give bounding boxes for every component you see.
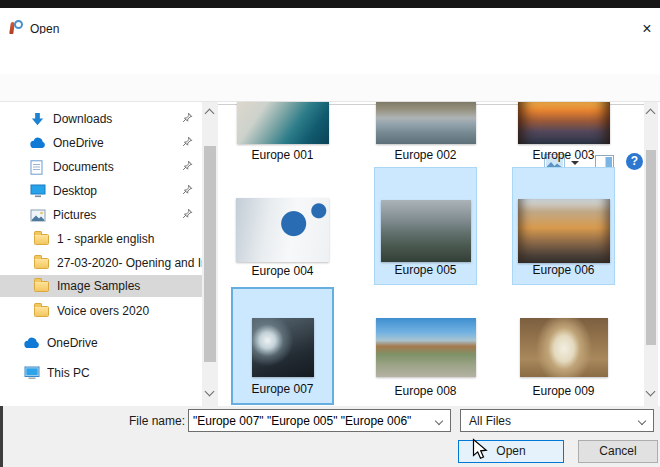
sidebar-item-desktop[interactable]: Desktop — [0, 180, 202, 202]
sidebar-item-image-samples[interactable]: Image Samples — [0, 275, 202, 297]
file-thumbnail — [252, 318, 314, 377]
folder-icon — [34, 258, 52, 269]
file-tile-europe-008[interactable]: Europe 008 — [374, 287, 477, 405]
sidebar-scrollbar-thumb[interactable] — [204, 146, 216, 362]
file-tile-europe-007[interactable]: Europe 007 — [231, 287, 334, 405]
file-tile-europe-003[interactable]: Europe 003 — [512, 102, 615, 163]
file-thumbnail — [236, 198, 329, 262]
navigation-pane: Downloads OneDrive Documents Desktop Pic… — [0, 102, 202, 406]
onedrive-cloud-icon — [24, 337, 42, 349]
sidebar-item-label: Image Samples — [57, 279, 202, 293]
file-label: Europe 003 — [512, 148, 615, 162]
file-tile-europe-006[interactable]: Europe 006 — [512, 167, 615, 285]
file-thumbnail — [518, 199, 610, 263]
file-type-value: All Files — [469, 414, 639, 428]
file-label: Europe 008 — [374, 384, 477, 398]
sidebar-item-documents[interactable]: Documents — [0, 156, 202, 178]
pin-icon — [182, 160, 194, 174]
file-type-dropdown-chevron-icon[interactable] — [638, 416, 646, 424]
mouse-cursor — [472, 438, 489, 465]
folder-icon — [34, 281, 52, 292]
file-label: Europe 005 — [375, 263, 476, 277]
window-edge — [0, 406, 3, 467]
file-thumbnail — [376, 318, 476, 377]
file-tile-europe-009[interactable]: Europe 009 — [512, 287, 615, 405]
file-thumbnail — [518, 102, 610, 144]
file-name-dropdown-chevron-icon[interactable] — [435, 416, 443, 424]
titlebar: Open × — [0, 8, 660, 34]
document-icon — [30, 160, 48, 175]
sidebar-item-this-pc[interactable]: This PC — [0, 362, 202, 384]
file-label: Europe 002 — [374, 148, 477, 162]
pictures-icon — [30, 209, 48, 222]
file-thumbnail — [376, 102, 476, 144]
sidebar-item-label: 1 - sparkle english — [57, 232, 202, 246]
file-tile-europe-004[interactable]: Europe 004 — [231, 167, 334, 285]
sidebar-item-27-03-2020[interactable]: 27-03-2020- Opening and Im — [0, 252, 202, 274]
file-type-select[interactable]: All Files — [460, 409, 654, 432]
sidebar-item-label: Downloads — [53, 112, 182, 126]
pin-icon — [182, 208, 194, 222]
sidebar-item-label: Documents — [53, 160, 182, 174]
sidebar-item-downloads[interactable]: Downloads — [0, 108, 202, 130]
sidebar-item-label: Desktop — [53, 184, 182, 198]
pin-icon — [182, 112, 194, 126]
file-tile-europe-005[interactable]: Europe 005 — [374, 167, 477, 285]
file-label: Europe 006 — [513, 263, 614, 277]
file-label: Europe 007 — [233, 382, 332, 396]
help-button[interactable]: ? — [626, 153, 643, 170]
file-thumbnail — [237, 102, 329, 144]
sidebar-item-label: OneDrive — [53, 136, 182, 150]
computer-icon — [24, 366, 42, 380]
folder-icon — [34, 306, 52, 317]
file-thumbnail — [381, 200, 471, 262]
command-toolbar: Organize New folder ? — [0, 74, 660, 102]
file-tile-europe-002[interactable]: Europe 002 — [374, 102, 477, 163]
sidebar-item-sparkle-english[interactable]: 1 - sparkle english — [0, 228, 202, 250]
window-top-strip — [0, 0, 660, 8]
navigation-bar: ← → ↑ « 27-03-2020- O... Image Samples — [0, 34, 660, 74]
onedrive-cloud-icon — [30, 137, 48, 149]
content-scrollbar-thumb[interactable] — [646, 150, 656, 345]
pin-icon — [182, 184, 194, 198]
file-tile-europe-001[interactable]: Europe 001 — [231, 102, 334, 163]
file-label: Europe 004 — [231, 264, 334, 278]
file-name-combobox[interactable] — [188, 409, 451, 432]
sidebar-item-pictures[interactable]: Pictures — [0, 204, 202, 226]
sidebar-item-label: Voice overs 2020 — [57, 304, 202, 318]
sidebar-item-label: Pictures — [53, 208, 182, 222]
sidebar-item-label: This PC — [47, 366, 202, 380]
file-thumbnail — [520, 318, 608, 377]
downloads-icon — [30, 112, 48, 127]
folder-icon — [34, 234, 52, 245]
sidebar-item-onedrive-root[interactable]: OneDrive — [0, 332, 202, 354]
file-label: Europe 009 — [512, 384, 615, 398]
pin-icon — [182, 136, 194, 150]
sidebar-item-label: OneDrive — [47, 336, 202, 350]
sidebar-item-label: 27-03-2020- Opening and Im — [57, 256, 202, 270]
file-name-input[interactable] — [189, 414, 436, 428]
sidebar-item-voice-overs[interactable]: Voice overs 2020 — [0, 300, 202, 322]
file-name-label: File name: — [120, 414, 185, 428]
file-label: Europe 001 — [231, 148, 334, 162]
desktop-icon — [30, 184, 48, 198]
cancel-button[interactable]: Cancel — [578, 440, 658, 463]
sidebar-item-onedrive-pinned[interactable]: OneDrive — [0, 132, 202, 154]
